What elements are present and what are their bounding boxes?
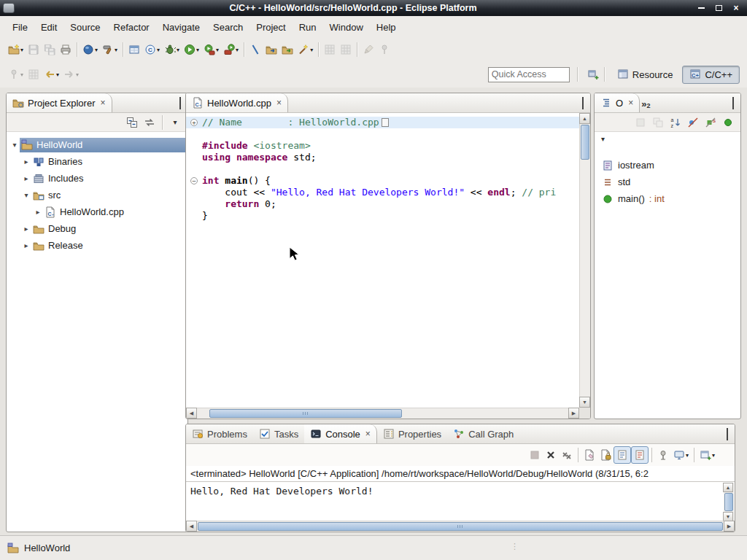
back-history-button[interactable]: ▾ bbox=[42, 66, 61, 83]
pin-console-button[interactable] bbox=[655, 446, 671, 464]
debug-button[interactable]: ▾ bbox=[162, 41, 182, 58]
display-selected-console-button[interactable]: ▾ bbox=[671, 446, 691, 464]
window-menu-icon[interactable] bbox=[3, 3, 15, 13]
menu-run[interactable]: Run bbox=[293, 18, 323, 36]
maximize-view-button[interactable] bbox=[732, 98, 734, 109]
scroll-right-button[interactable]: ▶ bbox=[568, 408, 579, 419]
dropdown-arrow-icon[interactable]: ▾ bbox=[76, 71, 79, 78]
editor-vertical-scrollbar[interactable]: ▲ ▼ bbox=[579, 113, 590, 408]
view-overflow-indicator[interactable]: »2 bbox=[640, 93, 653, 112]
outline-list[interactable]: iostreamstdmain() : int bbox=[595, 147, 740, 207]
expander-icon[interactable]: ▸ bbox=[21, 241, 31, 249]
collapse-all-button[interactable] bbox=[124, 114, 140, 131]
hide-static-members-button[interactable]: S bbox=[703, 114, 719, 131]
scroll-up-button[interactable]: ▲ bbox=[723, 483, 733, 492]
tree-item-src[interactable]: ▾src bbox=[7, 187, 187, 203]
close-view-icon[interactable]: × bbox=[628, 98, 633, 108]
scroll-left-button[interactable]: ◀ bbox=[186, 408, 197, 419]
tree-item-includes[interactable]: ▸Includes bbox=[7, 170, 187, 187]
menu-search[interactable]: Search bbox=[206, 18, 249, 36]
menu-edit[interactable]: Edit bbox=[34, 18, 63, 36]
save-button[interactable] bbox=[26, 41, 42, 58]
close-view-icon[interactable]: × bbox=[100, 98, 105, 108]
menu-help[interactable]: Help bbox=[370, 18, 403, 36]
dropdown-arrow-icon[interactable]: ▾ bbox=[56, 71, 59, 78]
annotations-button[interactable] bbox=[26, 66, 42, 83]
tab-outline[interactable]: O × bbox=[595, 93, 640, 112]
open-perspective-button[interactable] bbox=[585, 66, 601, 83]
dropdown-arrow-icon[interactable]: ▾ bbox=[216, 47, 219, 53]
open-element-button[interactable] bbox=[263, 41, 279, 58]
terminate-button[interactable] bbox=[527, 446, 543, 464]
code-editor[interactable]: +// Name : HelloWorld.cpp#include <iostr… bbox=[186, 113, 579, 408]
outline-item-iostream[interactable]: iostream bbox=[595, 157, 740, 174]
clear-console-button[interactable] bbox=[581, 446, 597, 464]
tab-helloworld-cpp[interactable]: C+ HelloWorld.cpp × bbox=[186, 93, 288, 112]
new-cpp-project-button[interactable]: ▾ bbox=[80, 41, 100, 58]
trim-handle[interactable]: ⋮ bbox=[511, 542, 519, 551]
show-console-stdout-button[interactable] bbox=[614, 446, 631, 464]
expander-icon[interactable]: ▸ bbox=[21, 174, 31, 182]
scrollbar-thumb[interactable] bbox=[209, 409, 402, 418]
show-console-stderr-button[interactable] bbox=[631, 446, 649, 464]
scroll-lock-button[interactable] bbox=[597, 446, 614, 464]
tab-call-graph[interactable]: Call Graph bbox=[447, 424, 519, 443]
maximize-editor-button[interactable] bbox=[582, 98, 584, 109]
console-vertical-scrollbar[interactable]: ▲ ▼ bbox=[724, 483, 734, 521]
scrollbar-thumb[interactable] bbox=[581, 125, 589, 160]
menu-navigate[interactable]: Navigate bbox=[156, 18, 206, 36]
previous-annotation-button[interactable] bbox=[338, 41, 354, 58]
outline-item-std[interactable]: std bbox=[595, 174, 740, 190]
collapse-all-button[interactable] bbox=[650, 114, 666, 131]
titlebar[interactable]: C/C++ - HelloWorld/src/HelloWorld.cpp - … bbox=[0, 0, 747, 16]
search-button[interactable]: ▾ bbox=[295, 41, 315, 58]
editor-horizontal-scrollbar[interactable]: ◀ ▶ bbox=[186, 408, 579, 419]
last-edit-location-button[interactable] bbox=[360, 41, 376, 58]
external-tools-button[interactable]: ▾ bbox=[221, 41, 241, 58]
dropdown-arrow-icon[interactable]: ▾ bbox=[236, 47, 239, 53]
menu-refactor[interactable]: Refactor bbox=[107, 18, 156, 36]
tree-item-debug[interactable]: ▸Debug bbox=[7, 220, 187, 237]
view-menu-button[interactable]: ▾ bbox=[167, 114, 183, 131]
dropdown-arrow-icon[interactable]: ▾ bbox=[115, 47, 117, 53]
tab-console[interactable]: Console× bbox=[304, 424, 377, 443]
console-horizontal-scrollbar[interactable]: ◀ ▶ bbox=[186, 521, 735, 532]
debug-configurations-button[interactable] bbox=[126, 41, 142, 58]
maximize-view-button[interactable] bbox=[727, 429, 728, 440]
focus-button[interactable] bbox=[632, 114, 649, 131]
tab-tasks[interactable]: Tasks bbox=[253, 424, 304, 443]
link-with-editor-button[interactable] bbox=[142, 114, 158, 131]
dropdown-arrow-icon[interactable]: ▾ bbox=[177, 47, 179, 53]
perspective-resource-button[interactable]: Resource bbox=[611, 66, 680, 84]
expander-icon[interactable]: ▾ bbox=[9, 141, 20, 149]
close-editor-icon[interactable]: × bbox=[276, 98, 282, 108]
dropdown-arrow-icon[interactable]: ▾ bbox=[20, 47, 23, 53]
remove-all-terminated-button[interactable] bbox=[559, 446, 575, 464]
close-button[interactable]: × bbox=[728, 2, 744, 15]
scrollbar-thumb[interactable] bbox=[198, 522, 723, 531]
tree-item-helloworld[interactable]: ▾HelloWorld bbox=[7, 136, 187, 153]
tab-properties[interactable]: Properties bbox=[377, 424, 447, 443]
expander-icon[interactable]: ▸ bbox=[21, 158, 31, 166]
expander-icon[interactable]: ▸ bbox=[21, 225, 31, 233]
skip-all-breakpoints-button[interactable] bbox=[247, 41, 263, 58]
perspective-c-c-button[interactable]: C+C/C++ bbox=[682, 66, 740, 84]
pin-editor-button[interactable] bbox=[376, 41, 392, 58]
run-last-tool-button[interactable]: ▾ bbox=[201, 41, 221, 58]
quick-access-input[interactable] bbox=[488, 67, 570, 82]
maximize-view-button[interactable] bbox=[179, 98, 181, 109]
remove-launch-button[interactable] bbox=[543, 446, 559, 464]
dropdown-arrow-icon[interactable]: ▾ bbox=[20, 71, 23, 78]
scroll-right-button[interactable]: ▶ bbox=[724, 521, 735, 532]
print-button[interactable] bbox=[58, 41, 74, 58]
dropdown-arrow-icon[interactable]: ▾ bbox=[686, 452, 689, 459]
scroll-down-button[interactable]: ▼ bbox=[579, 397, 590, 408]
minimize-button[interactable] bbox=[693, 2, 709, 15]
dropdown-arrow-icon[interactable]: ▾ bbox=[196, 47, 199, 53]
menu-window[interactable]: Window bbox=[323, 18, 370, 36]
maximize-button[interactable] bbox=[711, 2, 727, 15]
outline-view-menu[interactable]: ▾ bbox=[595, 132, 740, 147]
dropdown-arrow-icon[interactable]: ▾ bbox=[157, 47, 160, 53]
menu-source[interactable]: Source bbox=[63, 18, 107, 36]
tab-problems[interactable]: Problems bbox=[186, 424, 253, 443]
